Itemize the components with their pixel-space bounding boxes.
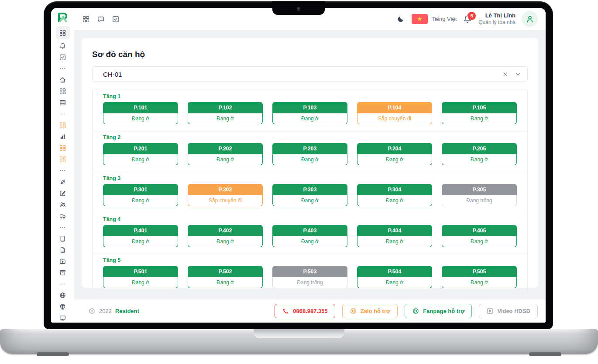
person-icon — [526, 15, 534, 24]
sidebar-item-home-icon[interactable] — [56, 75, 69, 85]
sidebar-item-folder-plus-icon[interactable] — [56, 257, 69, 266]
avatar[interactable] — [522, 11, 538, 27]
room-status: Đang ở — [357, 236, 432, 247]
topbar-grid-icon[interactable] — [82, 15, 90, 23]
sidebar-item-ellipsis-icon[interactable] — [56, 279, 69, 289]
footer-button-orange[interactable]: Zalo hỗ trợ — [342, 304, 398, 318]
clear-selection-icon[interactable] — [502, 71, 509, 78]
phone-icon — [282, 307, 289, 315]
grid-icon — [59, 122, 66, 129]
room-card[interactable]: P.402Đang ở — [188, 225, 263, 247]
room-card[interactable]: P.104Sắp chuyển đi — [357, 102, 432, 124]
footer-button-label: Video HDSD — [497, 308, 530, 314]
room-card[interactable]: P.404Đang ở — [357, 225, 432, 247]
room-card[interactable]: P.503Đang trống — [272, 266, 347, 288]
folder-plus-icon — [59, 258, 66, 265]
sidebar-item-globe-icon[interactable] — [56, 291, 69, 300]
dark-mode-toggle-moon-icon[interactable] — [397, 15, 406, 23]
room-card[interactable]: P.201Đang ở — [103, 143, 178, 165]
laptop-foot-left — [37, 352, 69, 356]
sidebar-item-check-square-icon[interactable] — [56, 53, 69, 62]
floor-section: Tầng 3P.301Đang ởP.302Sắp chuyển điP.303… — [93, 171, 527, 212]
room-status: Đang ở — [272, 154, 347, 165]
globe-icon — [59, 292, 66, 299]
sidebar-item-users-icon[interactable] — [56, 200, 69, 209]
footer-button-red[interactable]: 0868.987.355 — [275, 304, 335, 318]
user-menu[interactable]: Lê Thị Lĩnh Quản lý tòa nhà — [478, 12, 516, 26]
sidebar-item-truck-icon[interactable] — [56, 211, 69, 221]
room-card[interactable]: P.103Đang ở — [272, 102, 347, 124]
sidebar-item-archive-icon[interactable] — [56, 268, 69, 277]
floor-label: Tầng 2 — [103, 134, 517, 140]
room-status: Đang ở — [272, 113, 347, 124]
building-select[interactable]: CH-01 — [92, 66, 528, 82]
room-card[interactable]: P.304Đang ở — [357, 184, 432, 206]
topbar-chat-icon[interactable] — [97, 15, 105, 23]
notifications-bell-icon[interactable]: 6 — [463, 14, 472, 24]
footer-button-green[interactable]: Fanpage hỗ trợ — [405, 304, 472, 318]
sidebar-item-ellipsis-icon[interactable] — [56, 223, 69, 232]
room-status: Đang ở — [188, 154, 263, 165]
sidebar-item-ellipsis-icon[interactable] — [56, 166, 69, 175]
ellipsis-icon — [59, 280, 66, 288]
room-card[interactable]: P.101Đang ở — [103, 102, 178, 124]
room-card[interactable]: P.202Đang ở — [188, 143, 263, 165]
check-square-icon — [59, 54, 66, 61]
floors-list: Tầng 1P.101Đang ởP.102Đang ởP.103Đang ởP… — [92, 89, 528, 294]
room-card[interactable]: P.502Đang ở — [188, 266, 263, 288]
language-label: Tiếng Việt — [431, 16, 457, 22]
room-card[interactable]: P.403Đang ở — [272, 225, 347, 247]
topbar-check-square-icon[interactable] — [112, 15, 120, 23]
laptop-screen: Tiếng Việt 6 Lê Thị Lĩnh Quản lý tòa nhà — [44, 1, 553, 329]
building-select-value: CH-01 — [103, 71, 122, 78]
room-card[interactable]: P.105Đang ở — [442, 102, 517, 124]
footer-button-label: Zalo hỗ trợ — [361, 308, 390, 314]
sidebar-item-edit-icon[interactable] — [56, 189, 69, 198]
floor-label: Tầng 1 — [103, 93, 517, 99]
room-card[interactable]: P.204Đang ở — [357, 143, 432, 165]
users-icon — [59, 201, 66, 208]
sidebar-item-table-rows-icon[interactable] — [56, 98, 69, 107]
room-number: P.204 — [357, 143, 432, 154]
room-status: Đang ở — [188, 277, 263, 288]
sidebar-item-globe-stand-icon[interactable] — [56, 302, 69, 311]
sidebar-item-ellipsis-icon[interactable] — [56, 109, 69, 119]
room-number: P.102 — [188, 102, 263, 113]
language-selector[interactable]: Tiếng Việt — [412, 14, 457, 24]
sidebar-item-grid-icon[interactable] — [56, 26, 70, 39]
user-name: Lê Thị Lĩnh — [478, 12, 516, 19]
room-card[interactable]: P.301Đang ở — [103, 184, 178, 206]
room-card[interactable]: P.501Đang ở — [103, 266, 178, 288]
sidebar-item-grid-icon[interactable] — [56, 143, 69, 153]
room-card[interactable]: P.302Sắp chuyển đi — [188, 184, 263, 206]
room-card[interactable]: P.405Đang ở — [442, 225, 517, 247]
room-card[interactable]: P.505Đang ở — [442, 266, 517, 288]
chevron-down-icon[interactable] — [515, 71, 521, 78]
room-card[interactable]: P.504Đang ở — [357, 266, 432, 288]
room-card[interactable]: P.203Đang ở — [272, 143, 347, 165]
room-status: Đang ở — [103, 113, 178, 124]
room-status: Đang ở — [188, 236, 263, 247]
room-card[interactable]: P.303Đang ở — [272, 184, 347, 206]
room-card[interactable]: P.401Đang ở — [103, 225, 178, 247]
floor-section: Tầng 4P.401Đang ởP.402Đang ởP.403Đang ởP… — [93, 212, 527, 253]
sidebar-item-grid-icon[interactable] — [56, 87, 69, 96]
room-card[interactable]: P.102Đang ở — [188, 102, 263, 124]
room-status: Sắp chuyển đi — [188, 195, 263, 206]
floor-label: Tầng 3 — [103, 175, 517, 181]
sidebar-item-bell-icon[interactable] — [56, 41, 69, 51]
room-status: Đang ở — [357, 195, 432, 206]
footer-button-gray[interactable]: Video HDSD — [479, 304, 538, 318]
room-number: P.305 — [442, 184, 517, 195]
room-card[interactable]: P.205Đang ở — [442, 143, 517, 165]
sidebar-item-file-icon[interactable] — [56, 245, 69, 255]
sidebar-item-feather-icon[interactable] — [56, 177, 69, 187]
room-card[interactable]: P.305Đang trống — [442, 184, 517, 206]
sidebar-item-grid-icon[interactable] — [56, 155, 69, 164]
sidebar-item-grid-icon[interactable] — [56, 121, 69, 130]
sidebar-item-monitor-icon[interactable] — [56, 313, 69, 323]
sidebar-item-book-icon[interactable] — [56, 234, 69, 243]
sidebar-item-ellipsis-icon[interactable] — [56, 64, 69, 73]
app-window: Tiếng Việt 6 Lê Thị Lĩnh Quản lý tòa nhà — [51, 8, 546, 323]
sidebar-item-bar-chart-icon[interactable] — [56, 132, 69, 141]
